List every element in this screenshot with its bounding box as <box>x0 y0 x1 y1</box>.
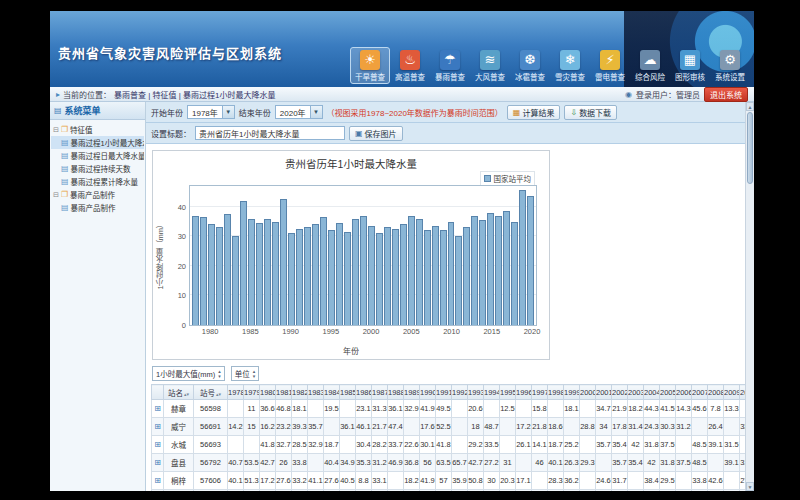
col-header-1996[interactable]: 1996 <box>516 385 532 400</box>
chart-title-input[interactable] <box>195 126 345 140</box>
breadcrumb[interactable]: 暴雨普查 | 特征值 | 暴雨过程1小时最大降水量 <box>114 89 276 100</box>
collapse-icon[interactable]: ⊟ <box>53 191 59 199</box>
bar-1999 <box>360 216 367 325</box>
row-expand-icon[interactable]: ⊞ <box>152 454 164 472</box>
nav-item-drought[interactable]: ☀干旱普查 <box>350 47 390 84</box>
col-header-1989[interactable]: 1989 <box>404 385 420 400</box>
logout-button[interactable]: 退出系统 <box>704 87 748 102</box>
col-header-1978[interactable]: 1978 <box>228 385 244 400</box>
chevron-down-icon[interactable]: ▼ <box>222 106 234 118</box>
col-header-1983[interactable]: 1983 <box>308 385 324 400</box>
table-row[interactable]: ⊞兴义5790232.428.735.122.941.630.827.436.2… <box>152 490 746 492</box>
value-cell: 18.7 <box>548 436 564 454</box>
nav-item-heat[interactable]: ♨高温普查 <box>390 47 430 84</box>
sidebar-item-暴雨过程1小时最大降水量[interactable]: ▤暴雨过程1小时最大降水量 <box>51 136 144 149</box>
col-header-1995[interactable]: 1995 <box>500 385 516 400</box>
bar-1994 <box>320 217 327 325</box>
nav-item-lightning[interactable]: ⚡雷电普查 <box>590 47 630 84</box>
chevron-down-icon[interactable]: ▼ <box>310 106 322 118</box>
col-header-2006[interactable]: 2006 <box>676 385 692 400</box>
col-header-1985[interactable]: 1985 <box>340 385 356 400</box>
sidebar-item-暴雨过程累计降水量[interactable]: ▤暴雨过程累计降水量 <box>51 175 144 188</box>
row-expand-icon[interactable]: ⊞ <box>152 490 164 492</box>
row-expand-icon[interactable]: ⊞ <box>152 436 164 454</box>
col-header-1984[interactable]: 1984 <box>324 385 340 400</box>
col-header-1979[interactable]: 1979 <box>244 385 260 400</box>
data-download-button[interactable]: ⇩ 数据下载 <box>564 105 617 120</box>
value-cell: 22.9 <box>292 490 308 492</box>
col-header-1982[interactable]: 1982 <box>292 385 308 400</box>
col-header-1993[interactable]: 1993 <box>468 385 484 400</box>
col-header-1992[interactable]: 1992 <box>452 385 468 400</box>
station-table-wrap: 站名▴▾站号▴▾19781979198019811982198319841985… <box>151 384 745 491</box>
nav-item-settings[interactable]: ⚙系统设置 <box>710 47 750 84</box>
col-header-2004[interactable]: 2004 <box>644 385 660 400</box>
col-header-2005[interactable]: 2005 <box>660 385 676 400</box>
nav-item-rainstorm[interactable]: ☂暴雨普查 <box>430 47 470 84</box>
calc-result-button[interactable]: ▦ 计算结果 <box>507 105 561 120</box>
sidebar-item-特征值[interactable]: ⊟❐特征值 <box>51 123 144 136</box>
col-header-2002[interactable]: 2002 <box>612 385 628 400</box>
scrollbar-thumb[interactable] <box>747 112 753 184</box>
table-header-row: 站名▴▾站号▴▾19781979198019811982198319841985… <box>152 385 746 400</box>
col-header-站号[interactable]: 站号▴▾ <box>194 385 228 400</box>
col-header-1987[interactable]: 1987 <box>372 385 388 400</box>
top-nav: ☀干旱普查♨高温普查☂暴雨普查≋大风普查❆冰雹普查❄雪灾普查⚡雷电普查☁综合风险… <box>350 47 750 84</box>
collapse-icon[interactable]: ⊟ <box>53 126 59 134</box>
nav-item-review[interactable]: ▦图形审核 <box>670 47 710 84</box>
end-year-select[interactable]: 2020年 ▼ <box>275 105 323 119</box>
col-header-2003[interactable]: 2003 <box>628 385 644 400</box>
sidebar-item-暴雨产品制作[interactable]: ⊟❐暴雨产品制作 <box>51 188 144 201</box>
sidebar-item-暴雨过程日最大降水量[interactable]: ▤暴雨过程日最大降水量 <box>51 149 144 162</box>
end-year-label: 结束年份 <box>239 107 271 118</box>
value-cell: 36.2 <box>564 472 580 490</box>
sort-icon[interactable]: ▴▾ <box>216 391 221 397</box>
row-expand-icon[interactable]: ⊞ <box>152 418 164 436</box>
col-header-1981[interactable]: 1981 <box>276 385 292 400</box>
value-filter-select[interactable]: 1小时最大值(mm) ▴▾ <box>152 366 225 381</box>
value-cell <box>500 490 516 492</box>
col-header-2008[interactable]: 2008 <box>708 385 724 400</box>
col-header-2007[interactable]: 2007 <box>692 385 708 400</box>
col-header-2000[interactable]: 2000 <box>580 385 596 400</box>
col-header-1980[interactable]: 1980 <box>260 385 276 400</box>
col-header-1986[interactable]: 1986 <box>356 385 372 400</box>
sort-icon[interactable]: ▴▾ <box>184 391 189 397</box>
table-row[interactable]: ⊞桐梓5760640.151.317.227.633.241.127.640.5… <box>152 472 746 490</box>
nav-item-hail[interactable]: ❆冰雹普查 <box>510 47 550 84</box>
col-header-2001[interactable]: 2001 <box>596 385 612 400</box>
col-header-1988[interactable]: 1988 <box>388 385 404 400</box>
col-header-2009[interactable]: 2009 <box>724 385 740 400</box>
start-year-select[interactable]: 1978年 ▼ <box>187 105 235 119</box>
col-header-1998[interactable]: 1998 <box>548 385 564 400</box>
bar-1985 <box>248 219 255 325</box>
table-row[interactable]: ⊞水城5669341.832.728.532.918.730.428.233.7… <box>152 436 746 454</box>
sidebar-item-暴雨过程持续天数[interactable]: ▤暴雨过程持续天数 <box>51 162 144 175</box>
nav-item-wind[interactable]: ≋大风普查 <box>470 47 510 84</box>
scroll-down-icon[interactable]: ▼ <box>746 482 754 491</box>
col-header-1994[interactable]: 1994 <box>484 385 500 400</box>
table-row[interactable]: ⊞盘县5679240.753.542.72633.840.434.935.331… <box>152 454 746 472</box>
unit-filter-select[interactable]: 单位 ▴▾ <box>231 366 260 381</box>
scroll-up-icon[interactable]: ▲ <box>746 102 754 111</box>
hail-icon: ❆ <box>520 50 540 70</box>
sidebar-item-暴雨产品制作[interactable]: ▤暴雨产品制作 <box>51 201 144 214</box>
col-header-1990[interactable]: 1990 <box>420 385 436 400</box>
col-header-站名[interactable]: 站名▴▾ <box>164 385 194 400</box>
value-cell: 41.6 <box>308 490 324 492</box>
bar-1996 <box>336 223 343 325</box>
scrollbar-track[interactable] <box>746 185 754 482</box>
row-expand-icon[interactable]: ⊞ <box>152 472 164 490</box>
col-header-1991[interactable]: 1991 <box>436 385 452 400</box>
table-row[interactable]: ⊞威宁5669114.21516.223.239.335.736.146.121… <box>152 418 746 436</box>
col-header-1997[interactable]: 1997 <box>532 385 548 400</box>
save-image-button[interactable]: ▣ 保存图片 <box>349 126 403 141</box>
nav-item-snow[interactable]: ❄雪灾普查 <box>550 47 590 84</box>
table-row[interactable]: ⊞赫章565981136.646.818.119.523.131.336.132… <box>152 400 746 418</box>
row-expand-icon[interactable]: ⊞ <box>152 400 164 418</box>
value-cell: 31.8 <box>644 436 660 454</box>
vertical-scrollbar[interactable]: ▲ ▼ <box>745 102 754 491</box>
bar-2012 <box>463 227 470 325</box>
nav-item-risk[interactable]: ☁综合风险 <box>630 47 670 84</box>
col-header-1999[interactable]: 1999 <box>564 385 580 400</box>
